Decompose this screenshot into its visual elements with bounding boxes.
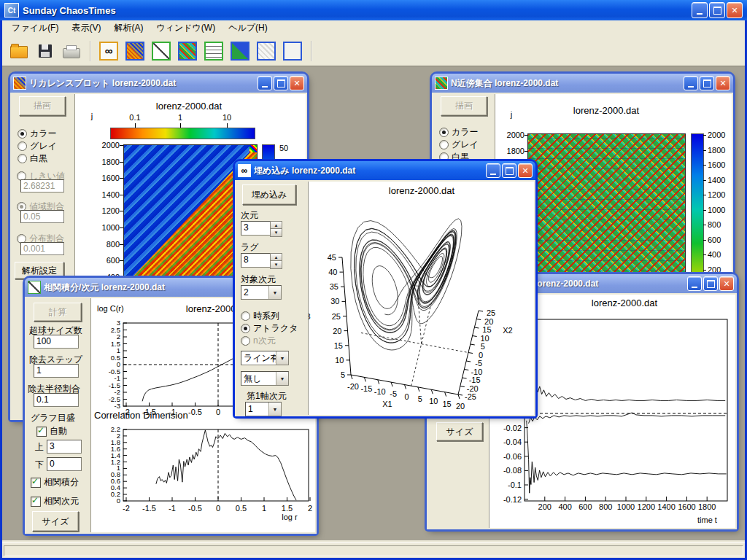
recurrence2-tool-button[interactable] [229, 40, 251, 62]
integral-checkbox[interactable]: 相関積分 [31, 476, 79, 489]
x-tick: 1200 [638, 503, 655, 511]
minimize-button[interactable] [486, 163, 500, 178]
sphere-size-field[interactable]: 100 [34, 335, 79, 349]
close-button[interactable]: ✕ [719, 276, 734, 291]
y-tick: -0.12 [503, 495, 522, 503]
titlebar[interactable]: ∞ 埋め込み lorenz-2000.dat ✕ [235, 161, 535, 180]
radio-timeseries[interactable]: 時系列 [241, 310, 279, 322]
x3-tick: 5 [341, 371, 345, 379]
draw-button[interactable]: 描画 [19, 96, 66, 116]
attractor-icon: ∞ [99, 42, 118, 61]
colorbar-tick: 10 [222, 114, 231, 122]
titlebar[interactable]: N近傍集合 lorenz-2000.dat ✕ [432, 74, 733, 93]
menu-item-2[interactable]: 解析(A) [107, 20, 150, 36]
colorbar-tick: 1000 [708, 206, 725, 214]
auto-checkbox[interactable]: 自動 [36, 425, 67, 438]
titlebar[interactable]: リカレンスプロット lorenz-2000.dat ✕ [10, 74, 307, 93]
neighbor-set-tool-button[interactable] [177, 40, 198, 62]
x1-tick: -5 [390, 390, 397, 398]
calc-button[interactable]: 計算 [34, 303, 82, 322]
dim-plot-tool-button[interactable] [282, 40, 303, 62]
x3-axis-label: X3 [308, 313, 311, 321]
window-title: lorenz-2000.dat [535, 279, 684, 289]
line-select[interactable]: ライン有▼ [241, 351, 289, 365]
radio-gray[interactable]: グレイ [439, 139, 479, 151]
y-tick: -0.04 [503, 438, 522, 446]
close-button[interactable]: ✕ [518, 163, 533, 178]
menu-item-0[interactable]: ファイル(F) [5, 20, 65, 36]
menu-item-4[interactable]: ヘルプ(H) [222, 20, 274, 36]
upper-field[interactable]: 3 [47, 440, 82, 454]
gray-plot-tool-button[interactable] [255, 40, 277, 62]
plot-title: lorenz-2000.dat [592, 298, 657, 308]
dim-plot-icon [283, 42, 302, 61]
lag-field[interactable]: 8 [241, 253, 271, 268]
app-title: Sunday ChaosTimes [23, 5, 688, 16]
minimize-button[interactable] [692, 2, 708, 18]
maximize-button[interactable] [709, 2, 725, 18]
attractor-tool-button[interactable]: ∞ [98, 40, 120, 62]
radio-gray[interactable]: グレイ [18, 140, 57, 152]
lower-field[interactable]: 0 [47, 457, 82, 471]
target-dim-select[interactable]: 2▼ [241, 285, 282, 300]
print-button[interactable] [61, 40, 82, 62]
radio-ndim[interactable]: n次元 [241, 335, 276, 347]
main-titlebar[interactable]: Ct Sunday ChaosTimes ✕ [0, 0, 747, 20]
marker-select[interactable]: 無し▼ [241, 371, 289, 386]
maximize-button[interactable] [703, 276, 718, 291]
x-tick: -1 [169, 505, 176, 513]
size-button[interactable]: サイズ [32, 511, 79, 532]
draw-button[interactable]: 描画 [441, 96, 487, 116]
menu-item-1[interactable]: 表示(V) [65, 20, 107, 36]
upper-label: 上 [35, 441, 44, 454]
radio-bw[interactable]: 白黒 [18, 152, 47, 165]
y-axis-title: log C(r) [97, 305, 124, 313]
dist-ratio-field[interactable]: 0.001 [20, 242, 64, 255]
radio-color[interactable]: カラー [18, 128, 57, 140]
x-tick: 1400 [657, 503, 675, 511]
colorbar-tick: 1400 [708, 176, 725, 184]
dimension-field[interactable]: 3 [241, 221, 271, 236]
remove-step-field[interactable]: 1 [34, 364, 79, 378]
lag-spin-down[interactable]: ▼ [270, 260, 282, 269]
analysis-settings-button[interactable]: 解析設定 [15, 262, 64, 279]
embedding-window-icon: ∞ [238, 164, 251, 177]
lower-label: 下 [35, 459, 44, 471]
y-tick: 1800 [507, 147, 525, 155]
x-tick: 600 [578, 503, 592, 511]
close-button[interactable]: ✕ [727, 2, 743, 18]
lyapunov-tool-button[interactable] [203, 40, 225, 62]
maximize-button[interactable] [502, 163, 516, 178]
size-button[interactable]: サイズ [436, 422, 483, 441]
minimize-button[interactable] [687, 276, 702, 291]
range-ratio-field[interactable]: 0.05 [20, 210, 64, 223]
dimension-spin-down[interactable]: ▼ [270, 228, 282, 237]
maximize-button[interactable] [700, 76, 714, 90]
recurrence-plot-tool-button[interactable] [124, 40, 146, 62]
save-button[interactable] [34, 40, 56, 62]
y-axis-label: j [511, 111, 512, 119]
x-tick: 1.5 [282, 505, 293, 513]
close-button[interactable]: ✕ [716, 76, 730, 90]
y-axis-label: j [91, 112, 93, 120]
threshold-field[interactable]: 2.68231 [20, 179, 64, 192]
x-axis-title: time t [697, 516, 717, 524]
maximize-button[interactable] [274, 76, 288, 90]
dimension-checkbox[interactable]: 相関次元 [31, 495, 79, 508]
minimize-button[interactable] [258, 76, 272, 90]
menu-item-3[interactable]: ウィンドウ(W) [150, 20, 222, 36]
open-file-button[interactable] [8, 40, 30, 62]
recurrence2-icon [231, 42, 249, 61]
minimize-button[interactable] [684, 76, 698, 90]
application-window: Ct Sunday ChaosTimes ✕ ファイル(F)表示(V)解析(A)… [0, 0, 747, 560]
remove-radius-field[interactable]: 0.1 [34, 393, 79, 407]
correlation-tool-button[interactable] [150, 40, 172, 62]
x3-tick: 20 [333, 327, 341, 335]
radio-attractor[interactable]: アトラクタ [241, 322, 298, 335]
axis1-select[interactable]: 1▼ [245, 402, 282, 416]
x2-tick: -25 [465, 393, 476, 401]
correlation-control-panel: 計算 超球サイズ数 100 除去ステップ 1 除去半径割合 0.1 グラフ目盛 … [25, 297, 90, 534]
close-button[interactable]: ✕ [290, 76, 304, 90]
radio-color[interactable]: カラー [439, 126, 479, 139]
embed-button[interactable]: 埋め込み [242, 184, 296, 205]
